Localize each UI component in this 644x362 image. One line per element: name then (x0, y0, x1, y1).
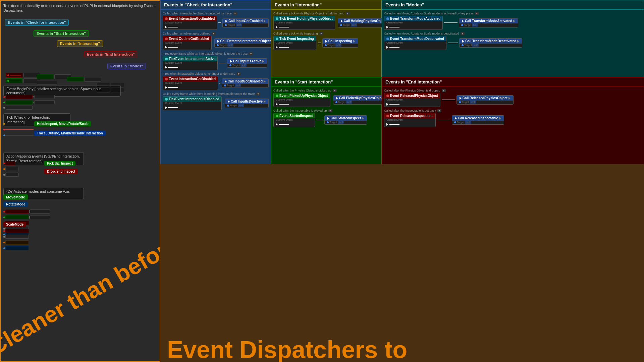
event-released-inspectable: Event ReleasedInspectable Custom Event (384, 113, 436, 127)
event-transform-deactivated: Event TransformModeDeactivated Custom Ev… (384, 36, 446, 50)
group-start: Events in "Start Interaction" (34, 30, 89, 37)
call-released-inspectable: Call ReleasedInspectable Target self (452, 115, 504, 125)
move-mode-btn[interactable]: MoveMode (3, 194, 28, 200)
left-top-description: To extend functionality or to use certai… (3, 3, 158, 13)
event-interaction-got-disabled: Event InteractionGotDisabled Custom Even… (163, 76, 218, 90)
event-outline-got-enabled: Event OutlineGotEnabled Custom Event (163, 36, 212, 50)
check-section-5: Called every frame while there is nothin… (163, 92, 269, 110)
scale-mode-btn[interactable]: ScaleMode (3, 222, 26, 227)
call-released-physics: Call ReleasedPhysicsObject Target self (457, 95, 514, 105)
modes-section-1: Called when Move, Rotate or Scale mode i… (384, 11, 642, 30)
check-section-2: Called when an object gets outlined ▼ Ev… (163, 31, 269, 50)
left-panel: To extend functionality or to use certai… (0, 0, 160, 362)
panel-end: Events in "End Interaction" Called after… (382, 77, 644, 164)
event-picked-up-physics: Event PickedUpPhysicsObject Custom Event (273, 93, 330, 107)
event-started-inspect: Event StartedInspect Custom Event (273, 113, 315, 127)
end-section-1: Called after the Physics Object is dropp… (384, 88, 642, 107)
event-tick-interaction-active: TickEvent InteractionIsActive Custom Eve… (163, 56, 218, 70)
call-transform-activated: Call TransformModeActivated Target self (459, 18, 518, 27)
check-section-1: Called when interactable object is detec… (163, 11, 269, 30)
panel-check: Events in "Check for interaction" Called… (160, 0, 271, 164)
right-area: Events in "Check for interaction" Called… (160, 0, 644, 362)
call-started-inspect: Call StartedInspect Target self (324, 115, 367, 125)
event-tick-inspecting: Tick Event Inspecting Custom Event (273, 36, 316, 50)
call-inspecting: Call Inspecting Target self (322, 38, 358, 48)
call-transform-deactivated: Call TransformModeDeactivated Target sel… (459, 38, 522, 48)
drop-label: Drop, end Inspect (44, 169, 78, 174)
trace-label: Trace, Outline, Enable/Disable Interacti… (34, 131, 106, 136)
call-input-active: Call InputIsActive Target self (227, 58, 267, 68)
group-check: Events in "Check for interaction" (5, 19, 69, 26)
event-transform-activated: Event TransformModeActivated Custom Even… (384, 16, 443, 30)
end-panel-title: Events in "End Interaction" (382, 77, 644, 87)
pickup-label: Pick Up, Inspect (44, 161, 75, 166)
start-panel-title: Events in "Start Interaction" (271, 77, 381, 87)
start-section-2: Called after the Inspectable is picked u… (273, 108, 379, 127)
interacting-section-1: Called every tick while Physics Object i… (273, 11, 379, 30)
group-interacting: Events in "Interacting" (57, 40, 103, 47)
interacting-panel-title: Events in "Interacting" (271, 0, 381, 10)
panel-start: Events in "Start Interaction" Called aft… (271, 77, 382, 164)
modes-section-2: Called when Move, Rotate or Scale mode i… (384, 31, 642, 50)
call-inputs-deactive: Call InputIsDeactive Target self (225, 99, 269, 108)
start-section-1: Called after the Physics Object is picke… (273, 88, 379, 107)
hold-inspect-label: Hold/Inspect, Move/Rotate/Scale (34, 121, 91, 126)
check-section-4: Fires when interactable object is no lon… (163, 71, 269, 90)
event-tick-interaction-disabled: TickEvent InteractionIsDisabled Custom E… (163, 96, 222, 110)
event-interaction-got-enabled: Event InteractionGotEnabled Custom Event (163, 16, 217, 30)
call-input-got-disabled: Call InputGotDisabled Target self (222, 78, 269, 88)
bottom-text: Event Dispatchers to easily access event… (167, 335, 469, 362)
group-modes: Events in "Modes" (107, 63, 146, 69)
bottom-panel: Event Dispatchers to easily access event… (160, 164, 644, 362)
event-holding-physics: Tick Event HoldingPhysicsObject Custom E… (273, 16, 335, 30)
panel-modes: Events in "Modes" Called when Move, Rota… (382, 0, 644, 77)
rotate-mode-btn[interactable]: RotateMode (3, 202, 28, 207)
event-released-physics: Event ReleasedPhysicsObject Custom Event (384, 93, 440, 107)
end-section-2: Called after the Inspectable is put back… (384, 108, 642, 127)
group-end: Events in "End Interaction" (84, 51, 138, 58)
call-input-got-enabled: Call InputGotEnabled Target self (222, 18, 269, 27)
check-section-3: Fires every frame while an interactable … (163, 51, 269, 70)
check-panel-title: Events in "Check for interaction" (161, 0, 271, 10)
interacting-section-2: Called every tick while Inspecting ▼ Tic… (273, 31, 379, 50)
panel-interacting: Events in "Interacting" Called every tic… (271, 0, 382, 77)
modes-panel-title: Events in "Modes" (382, 0, 644, 10)
call-detected-interactable: Call DetectedInteractableObject Target s… (214, 38, 277, 48)
